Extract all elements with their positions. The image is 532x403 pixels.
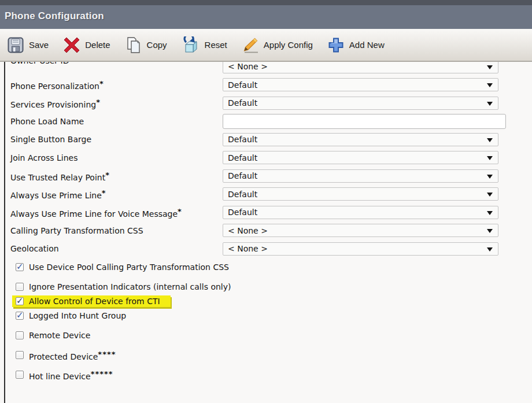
add-new-icon bbox=[327, 36, 345, 54]
dropdown-arrow-icon bbox=[487, 138, 493, 142]
select-value: Default bbox=[228, 98, 257, 108]
calling-party-transformation-css-label: Calling Party Transformation CSS bbox=[10, 226, 223, 235]
services-provisioning-row: Services Provisioning*Default bbox=[10, 96, 532, 110]
apply-config-icon bbox=[242, 36, 259, 54]
geolocation-select[interactable]: < None > bbox=[223, 242, 498, 256]
title-bar: Phone Configuration bbox=[0, 0, 532, 29]
phone-load-name-label: Phone Load Name bbox=[10, 117, 223, 126]
calling-party-transformation-css-row: Calling Party Transformation CSS< None > bbox=[10, 224, 532, 238]
required-asterisk: * bbox=[102, 188, 106, 197]
delete-button[interactable]: Delete bbox=[63, 36, 110, 54]
select-value: < None > bbox=[228, 226, 268, 235]
owner-user-id-row: Owner User ID< None > bbox=[10, 62, 532, 73]
save-button[interactable]: Save bbox=[7, 36, 49, 54]
geolocation-row: Geolocation< None > bbox=[10, 242, 532, 256]
asterisks-suffix: ***** bbox=[91, 369, 113, 378]
select-value: < None > bbox=[228, 62, 268, 71]
select-value: Default bbox=[228, 171, 257, 180]
dropdown-arrow-icon bbox=[487, 247, 493, 252]
dropdown-arrow-icon bbox=[487, 211, 493, 215]
ignore-presentation-indicators-internal-calls-only-checkbox[interactable] bbox=[16, 283, 24, 291]
phone-load-name-row: Phone Load Name bbox=[10, 114, 532, 128]
title-bar-top-strip bbox=[0, 0, 532, 5]
select-value: Default bbox=[228, 153, 257, 162]
geolocation-label: Geolocation bbox=[10, 244, 223, 253]
logged-into-hunt-group-checkbox[interactable] bbox=[16, 312, 24, 320]
delete-icon bbox=[63, 36, 80, 54]
add-new-label: Add New bbox=[349, 40, 385, 50]
apply-config-label: Apply Config bbox=[264, 40, 313, 50]
protected-device-checkbox[interactable] bbox=[16, 351, 24, 359]
services-provisioning-select[interactable]: Default bbox=[223, 97, 498, 110]
form-rows: Owner User ID< None >Phone Personalizati… bbox=[10, 62, 532, 256]
always-use-prime-line-for-voice-message-label: Always Use Prime Line for Voice Message* bbox=[10, 206, 223, 219]
select-value: Default bbox=[228, 80, 257, 90]
select-value: Default bbox=[228, 135, 257, 144]
always-use-prime-line-row: Always Use Prime Line*Default bbox=[10, 187, 532, 201]
ignore-presentation-indicators-internal-calls-only-row[interactable]: Ignore Presentation Indicators (internal… bbox=[16, 281, 231, 293]
required-asterisk: * bbox=[96, 98, 100, 106]
join-across-lines-row: Join Across LinesDefault bbox=[10, 151, 532, 165]
apply-config-button[interactable]: Apply Config bbox=[242, 36, 313, 54]
add-new-button[interactable]: Add New bbox=[327, 36, 385, 54]
checkbox-section: Use Device Pool Calling Party Transforma… bbox=[10, 261, 532, 389]
dropdown-arrow-icon bbox=[487, 193, 493, 197]
always-use-prime-line-select[interactable]: Default bbox=[223, 187, 498, 201]
calling-party-transformation-css-select[interactable]: < None > bbox=[223, 224, 498, 237]
save-label: Save bbox=[29, 40, 49, 50]
reset-button[interactable]: Reset bbox=[182, 36, 227, 54]
use-device-pool-calling-party-transformation-css-label: Use Device Pool Calling Party Transforma… bbox=[29, 262, 229, 272]
remote-device-row[interactable]: Remote Device bbox=[16, 330, 90, 341]
use-trusted-relay-point-row: Use Trusted Relay Point*Default bbox=[10, 169, 532, 183]
phone-load-name-input[interactable] bbox=[223, 114, 506, 129]
delete-label: Delete bbox=[85, 40, 110, 50]
join-across-lines-label: Join Across Lines bbox=[10, 153, 223, 162]
required-asterisk: * bbox=[105, 171, 109, 179]
toolbar: Save Delete Copy bbox=[0, 29, 532, 62]
remote-device-label: Remote Device bbox=[29, 331, 90, 340]
services-provisioning-label: Services Provisioning* bbox=[10, 97, 223, 109]
dropdown-arrow-icon bbox=[487, 229, 493, 233]
single-button-barge-label: Single Button Barge bbox=[10, 135, 223, 144]
owner-user-id-label: Owner User ID bbox=[10, 62, 223, 65]
phone-personalization-select[interactable]: Default bbox=[223, 78, 498, 91]
hot-line-device-checkbox[interactable] bbox=[16, 371, 24, 379]
single-button-barge-select[interactable]: Default bbox=[223, 133, 498, 146]
save-icon bbox=[7, 36, 24, 54]
reset-label: Reset bbox=[205, 40, 227, 50]
use-trusted-relay-point-select[interactable]: Default bbox=[223, 169, 498, 183]
reset-icon bbox=[182, 36, 200, 54]
always-use-prime-line-for-voice-message-select[interactable]: Default bbox=[223, 206, 498, 219]
asterisks-suffix: **** bbox=[98, 350, 116, 358]
hot-line-device-row[interactable]: Hot line Device***** bbox=[16, 369, 113, 380]
select-value: Default bbox=[228, 208, 257, 217]
logged-into-hunt-group-label: Logged Into Hunt Group bbox=[29, 311, 126, 320]
protected-device-label: Protected Device**** bbox=[29, 349, 116, 361]
required-asterisk: * bbox=[178, 207, 182, 216]
phone-configuration-form: Owner User ID< None >Phone Personalizati… bbox=[4, 62, 532, 403]
dropdown-arrow-icon bbox=[487, 102, 493, 106]
phone-personalization-row: Phone Personalization*Default bbox=[10, 78, 532, 92]
protected-device-row[interactable]: Protected Device**** bbox=[16, 349, 116, 361]
dropdown-arrow-icon bbox=[487, 83, 493, 87]
remote-device-checkbox[interactable] bbox=[16, 331, 24, 339]
ignore-presentation-indicators-internal-calls-only-label: Ignore Presentation Indicators (internal… bbox=[29, 282, 231, 291]
use-trusted-relay-point-label: Use Trusted Relay Point* bbox=[10, 170, 223, 182]
always-use-prime-line-for-voice-message-row: Always Use Prime Line for Voice Message*… bbox=[10, 205, 532, 219]
use-device-pool-calling-party-transformation-css-checkbox[interactable] bbox=[16, 263, 24, 271]
allow-control-of-device-from-cti-row[interactable]: Allow Control of Device from CTI bbox=[12, 295, 171, 307]
copy-button[interactable]: Copy bbox=[125, 36, 167, 54]
use-device-pool-calling-party-transformation-css-row[interactable]: Use Device Pool Calling Party Transforma… bbox=[16, 261, 229, 273]
owner-user-id-select[interactable]: < None > bbox=[223, 62, 498, 73]
select-value: Default bbox=[228, 190, 257, 199]
single-button-barge-row: Single Button BargeDefault bbox=[10, 132, 532, 146]
logged-into-hunt-group-row[interactable]: Logged Into Hunt Group bbox=[16, 310, 126, 321]
allow-control-of-device-from-cti-label: Allow Control of Device from CTI bbox=[29, 297, 160, 306]
phone-personalization-label: Phone Personalization* bbox=[10, 79, 223, 91]
hot-line-device-label: Hot line Device***** bbox=[29, 369, 113, 381]
required-asterisk: * bbox=[99, 79, 104, 88]
page-title: Phone Configuration bbox=[0, 5, 532, 22]
join-across-lines-select[interactable]: Default bbox=[223, 151, 498, 164]
allow-control-of-device-from-cti-checkbox[interactable] bbox=[16, 297, 24, 305]
select-value: < None > bbox=[228, 244, 268, 253]
